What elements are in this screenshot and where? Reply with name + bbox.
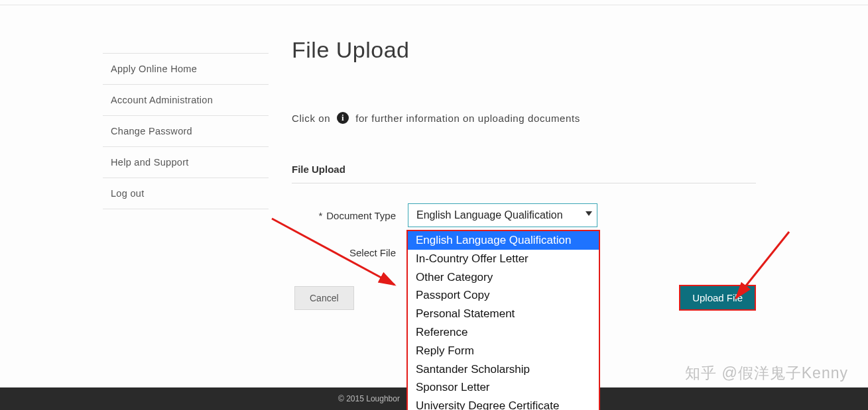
dropdown-option[interactable]: In-Country Offer Letter: [408, 250, 599, 268]
top-border: [0, 0, 868, 5]
hint-text-post: for further information on uploading doc…: [355, 113, 580, 124]
sidebar: Apply Online Home Account Administration…: [103, 53, 269, 311]
chevron-down-icon: [586, 211, 592, 216]
sidebar-item-change-password[interactable]: Change Password: [103, 115, 269, 146]
page-title: File Upload: [292, 37, 841, 63]
document-type-dropdown: English Language Qualification In-Countr…: [406, 230, 600, 410]
sidebar-item-apply-home[interactable]: Apply Online Home: [103, 53, 269, 84]
required-asterisk: *: [318, 210, 322, 221]
info-icon[interactable]: i: [337, 112, 349, 124]
sidebar-item-help-support[interactable]: Help and Support: [103, 146, 269, 178]
copyright-text: © 2015 Loughbor: [338, 394, 400, 403]
dropdown-option[interactable]: Reference: [408, 323, 599, 342]
dropdown-option[interactable]: Reply Form: [408, 342, 599, 360]
select-value: English Language Qualification: [416, 209, 563, 221]
dropdown-option[interactable]: English Language Qualification: [408, 231, 599, 250]
document-type-row: *Document Type English Language Qualific…: [292, 203, 841, 227]
hint-row: Click on i for further information on up…: [292, 112, 841, 124]
dropdown-option[interactable]: Santander Scholarship: [408, 360, 599, 379]
document-type-label-text: Document Type: [326, 210, 396, 221]
document-type-select[interactable]: English Language Qualification: [408, 203, 597, 227]
sidebar-item-account-admin[interactable]: Account Administration: [103, 84, 269, 115]
dropdown-option[interactable]: Other Category: [408, 268, 599, 287]
select-file-label: Select File: [292, 247, 408, 258]
sidebar-item-logout[interactable]: Log out: [103, 178, 269, 209]
dropdown-option[interactable]: Sponsor Letter: [408, 378, 599, 397]
section-label: File Upload: [292, 164, 756, 183]
watermark: 知乎 @假洋鬼子Kenny: [685, 363, 848, 384]
hint-text-pre: Click on: [292, 113, 330, 124]
upload-file-button[interactable]: Upload File: [679, 285, 756, 311]
document-type-label: *Document Type: [292, 210, 408, 221]
dropdown-option[interactable]: University Degree Certificate: [408, 397, 599, 410]
document-type-select-wrap: English Language Qualification English L…: [408, 203, 597, 227]
dropdown-option[interactable]: Passport Copy: [408, 286, 599, 305]
content-wrapper: Apply Online Home Account Administration…: [0, 5, 868, 311]
main-content: File Upload Click on i for further infor…: [269, 5, 841, 311]
cancel-button[interactable]: Cancel: [294, 286, 354, 310]
dropdown-option[interactable]: Personal Statement: [408, 305, 599, 323]
